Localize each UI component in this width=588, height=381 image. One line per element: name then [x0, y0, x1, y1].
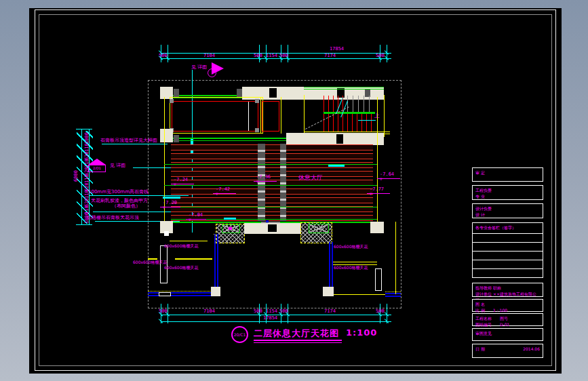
- grid-label: 600x600格栅天花: [164, 244, 198, 249]
- note-paint-2: （布同颜色）: [112, 203, 140, 209]
- dim-ext-line: [168, 45, 168, 62]
- wall-yellow-dotted: [385, 292, 401, 292]
- titleblock-text: 图 名: [475, 301, 540, 307]
- grid-label: 600x600格栅天花: [164, 266, 198, 270]
- note-band: 100mm宽300mm高石膏线: [88, 189, 149, 195]
- cad-viewport: 17854 500 7104 500 1154 500 7174 500 见 详…: [0, 0, 588, 381]
- green-line: [164, 164, 377, 165]
- column-strip: [280, 144, 286, 221]
- wall-yellow-dotted: [148, 291, 217, 292]
- column-shade: [237, 89, 242, 97]
- dim-seg: 500: [279, 308, 288, 314]
- elevation-line: [213, 193, 236, 194]
- dim-seg: 110: [84, 174, 90, 183]
- dim-seg: 7104: [203, 53, 215, 58]
- wall-blue: [214, 234, 218, 295]
- yellow-line: [260, 97, 261, 134]
- grid-label: 600x600格栅天花: [334, 266, 368, 270]
- corner-block: [255, 128, 259, 132]
- green-line: [304, 89, 384, 89]
- titleblock-text: 设计负责: [475, 205, 540, 212]
- yellow-line: [333, 294, 385, 295]
- yellow-line: [377, 97, 378, 229]
- titleblock-text: 比 例 1 : 100: [475, 307, 540, 313]
- wall-notch: [336, 134, 343, 144]
- leader-line: [102, 144, 168, 144]
- ceiling-strips-right: [286, 144, 373, 221]
- detail-marker2-icon: [88, 159, 106, 165]
- titleblock-text: 各专业会签栏（签字）: [475, 225, 516, 230]
- grid-label: 600x600格栅天花: [334, 245, 368, 249]
- titleblock-text: 审 定: [475, 170, 485, 175]
- green-line: [281, 222, 299, 223]
- small-square: [164, 231, 169, 236]
- dim-line: [161, 321, 391, 322]
- yellow-line: [175, 258, 212, 260]
- door-leaf: [159, 292, 171, 296]
- yellow-line: [281, 97, 281, 134]
- elevation-line: [186, 219, 206, 220]
- grid-label: 600x600格栅天花: [133, 260, 167, 265]
- yellow-line: [395, 222, 396, 294]
- detail-marker2-box: 2/D1: [88, 165, 106, 172]
- dim-seg: 500: [159, 308, 168, 314]
- leader-grip: [163, 197, 180, 199]
- titleblock-signoff-row: [472, 260, 543, 269]
- titleblock-date-value: 2014.06: [523, 346, 540, 352]
- dim-seg: 500: [159, 53, 168, 58]
- slab-notch: [268, 224, 277, 232]
- elevation-line: [254, 181, 277, 182]
- column: [370, 222, 384, 233]
- title-text: 二层休息大厅天花图: [254, 327, 339, 340]
- dim-seg: 500: [376, 308, 385, 314]
- yellow-line: [170, 241, 208, 241]
- titleblock-text: 工程负责: [475, 187, 540, 193]
- titleblock-signoff-header: 各专业会签栏（签字）: [472, 222, 543, 234]
- elevation-value: -7.24: [174, 177, 188, 182]
- elevation-line: [171, 184, 194, 184]
- green-line: [164, 207, 377, 207]
- green-line: [246, 222, 260, 223]
- elevation-value: -7.77: [370, 186, 384, 192]
- column: [160, 129, 173, 142]
- elevation-mark: -7.20: [163, 200, 177, 209]
- elevation-value: -7.20: [163, 200, 177, 205]
- titleblock-lead: 工程负责 专 业: [472, 185, 543, 200]
- elevation-mark: -7.42: [216, 186, 230, 196]
- dim-total-top: 17854: [330, 46, 344, 52]
- title-underline: [254, 340, 342, 341]
- title-ref: 20/C1: [234, 332, 246, 337]
- room-outline-red: [172, 101, 258, 132]
- green-line: [164, 185, 377, 186]
- beam-xbox: [309, 224, 329, 233]
- dim-total-bottom: 17854: [263, 315, 277, 321]
- door-frame: [375, 268, 382, 291]
- elevation-mark: -7.24: [174, 177, 188, 186]
- see-detail-label-2: 见 详图: [110, 163, 125, 168]
- wall-notch: [269, 88, 277, 98]
- titleblock-approved: 审 定: [472, 167, 543, 182]
- titleblock-text: 图纸编号 D-01: [475, 321, 540, 327]
- elevation-line: [160, 207, 180, 207]
- title-scale: 1:100: [346, 327, 377, 340]
- elevation-mark: -7.04: [189, 212, 203, 222]
- wall-blue: [385, 293, 401, 297]
- stair-rail-lines: [347, 96, 373, 112]
- note-grille: 铝格栅吊石膏板天花吊顶: [87, 215, 139, 220]
- see-detail-label: 见 详图: [191, 64, 207, 70]
- elevation-value: -7.42: [216, 186, 230, 192]
- dim-seg: 7174: [324, 53, 336, 58]
- xbox-mark: [229, 227, 232, 230]
- title-underline: [254, 342, 342, 343]
- dim-line: [76, 129, 92, 129]
- dim-seg: 500: [254, 308, 262, 314]
- dim-seg: 500: [376, 53, 385, 58]
- detail-marker-circle-icon: [208, 68, 216, 77]
- elevation-value: -7.04: [189, 212, 203, 218]
- detail-marker2-ref: 2/D1: [93, 166, 101, 170]
- title-ref-bubble: 20/C1: [231, 326, 248, 343]
- room-outline-red-2: [262, 101, 279, 132]
- corner-block: [170, 99, 174, 103]
- dim-line: [161, 58, 391, 59]
- stair-wall: [384, 95, 385, 137]
